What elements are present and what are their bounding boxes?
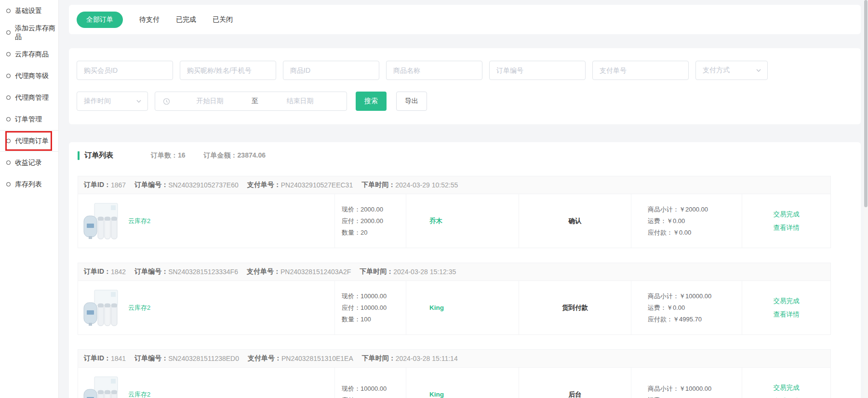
tab-completed[interactable]: 已完成 xyxy=(176,12,196,28)
order-entry: 订单ID：1867 订单编号：SN2403291052737E60 支付单号：P… xyxy=(78,176,831,248)
main-content: 全部订单 待支付 已完成 已关闭 支付方式 操作时间 xyxy=(59,0,868,398)
order-list-header: 订单列表 订单数：16 订单金额：23874.06 xyxy=(78,151,831,160)
order-status: 交易完成 xyxy=(774,297,800,305)
payable-line: 应付：2000.00 xyxy=(342,216,406,226)
pay-no-label: 支付单号： xyxy=(247,267,280,276)
buyer-name: King xyxy=(429,391,444,398)
date-range-picker[interactable]: 开始日期 至 结束日期 xyxy=(155,92,347,111)
payment-method-select[interactable]: 支付方式 xyxy=(695,61,768,80)
order-entry-header: 订单ID：1841 订单编号：SN2403281511238ED0 支付单号：P… xyxy=(78,350,830,368)
sidebar-item-label: 云库存商品 xyxy=(15,50,49,59)
order-list-title: 订单列表 xyxy=(84,151,113,160)
subtotal-line: 商品小计：￥10000.00 xyxy=(648,384,742,393)
pay-type: 货到付款 xyxy=(562,304,588,312)
shipping-line: 运费：￥0.00 xyxy=(648,303,742,312)
order-entry-header: 订单ID：1867 订单编号：SN2403291052737E60 支付单号：P… xyxy=(78,176,830,194)
circle-icon xyxy=(6,139,11,143)
actions-cell: 交易完成 查看详情 xyxy=(742,368,830,398)
time-type-select[interactable]: 操作时间 xyxy=(77,92,148,111)
nickname-input[interactable] xyxy=(180,61,276,80)
order-no-value: SN2403281511238ED0 xyxy=(168,355,239,362)
sidebar-item-basic-settings[interactable]: 基础设置 xyxy=(0,0,58,22)
order-amount: 订单金额：23874.06 xyxy=(204,151,266,160)
app-root: 基础设置 添加云库存商品 云库存商品 代理商等级 代理商管理 订单管理 代理商订… xyxy=(0,0,868,398)
order-time-value: 2024-03-28 15:11:14 xyxy=(396,355,458,362)
order-no-input[interactable] xyxy=(489,61,586,80)
start-date-field[interactable]: 开始日期 xyxy=(170,97,250,106)
order-no-label: 订单编号： xyxy=(134,267,168,276)
search-button[interactable]: 搜索 xyxy=(356,92,387,111)
subtotal-line: 商品小计：￥10000.00 xyxy=(648,292,742,301)
sidebar-item-label: 代理商订单 xyxy=(15,137,49,146)
pay-no-input[interactable] xyxy=(592,61,689,80)
sidebar-item-label: 基础设置 xyxy=(15,7,42,15)
product-id-input[interactable] xyxy=(283,61,379,80)
order-tabs-card: 全部订单 待支付 已完成 已关闭 xyxy=(69,5,861,34)
shipping-line: 运费：￥0.00 xyxy=(648,216,742,226)
order-entry-body: 云库存2 现价：10000.00 应付：10000.00 King 后台 商品小… xyxy=(78,368,830,398)
pay-no-label: 支付单号： xyxy=(248,354,281,363)
product-name-link[interactable]: 云库存2 xyxy=(128,304,150,312)
sidebar-item-earnings-record[interactable]: 收益记录 xyxy=(0,152,58,173)
chevron-down-icon xyxy=(136,98,142,104)
date-range-separator: 至 xyxy=(250,97,260,106)
sidebar-item-order-management[interactable]: 订单管理 xyxy=(0,108,58,130)
circle-icon xyxy=(6,30,11,35)
amount-due-line: 应付款：￥4995.70 xyxy=(648,315,742,324)
buyer-cell: King xyxy=(406,281,519,334)
sidebar-item-add-cloud-stock-product[interactable]: 添加云库存商品 xyxy=(0,22,58,43)
payable-line: 应付：10000.00 xyxy=(342,396,406,398)
time-type-select-label: 操作时间 xyxy=(84,97,111,106)
sidebar-item-agent-orders[interactable]: 代理商订单 xyxy=(0,130,58,152)
price-cell: 现价：10000.00 应付：10000.00 数量：100 xyxy=(335,281,406,334)
price-cell: 现价：10000.00 应付：10000.00 xyxy=(335,368,406,398)
order-no-value: SN24032815123334F6 xyxy=(168,268,238,276)
member-id-input[interactable] xyxy=(77,61,173,80)
product-name-input[interactable] xyxy=(386,61,482,80)
order-no-label: 订单编号： xyxy=(134,181,168,189)
totals-cell: 商品小计：￥10000.00 运费：￥0.00 应付款：￥4995.70 xyxy=(631,281,742,334)
sidebar-item-cloud-stock-product[interactable]: 云库存商品 xyxy=(0,43,58,65)
order-time-label: 下单时间： xyxy=(360,267,393,276)
sidebar-item-agent-management[interactable]: 代理商管理 xyxy=(0,87,58,108)
order-time-label: 下单时间： xyxy=(362,354,396,363)
sidebar-item-label: 代理商等级 xyxy=(15,72,49,80)
export-button[interactable]: 导出 xyxy=(396,92,427,111)
order-count: 订单数：16 xyxy=(151,151,186,160)
totals-cell: 商品小计：￥2000.00 运费：￥0.00 应付款：￥0.00 xyxy=(631,194,742,248)
tab-all-orders[interactable]: 全部订单 xyxy=(77,12,123,28)
order-entry-body: 云库存2 现价：10000.00 应付：10000.00 数量：100 King… xyxy=(78,281,830,334)
order-list-card: 订单列表 订单数：16 订单金额：23874.06 订单ID：1867 订单编号… xyxy=(69,142,861,398)
chevron-down-icon xyxy=(756,67,761,73)
order-entry-header: 订单ID：1842 订单编号：SN24032815123334F6 支付单号：P… xyxy=(78,263,830,281)
sidebar-item-agent-level[interactable]: 代理商等级 xyxy=(0,65,58,87)
product-image xyxy=(83,376,119,398)
sidebar-item-stock-list[interactable]: 库存列表 xyxy=(0,173,58,195)
order-time-value: 2024-03-28 15:12:35 xyxy=(393,268,456,276)
order-id-label: 订单ID： xyxy=(84,354,111,363)
current-price-line: 现价：2000.00 xyxy=(342,205,406,214)
pay-type: 确认 xyxy=(569,217,582,226)
order-id-value: 1867 xyxy=(111,181,126,189)
order-entry-body: 云库存2 现价：2000.00 应付：2000.00 数量：20 乔木 确认 商 xyxy=(78,194,830,248)
clock-icon xyxy=(163,98,170,105)
actions-cell: 交易完成 查看详情 xyxy=(742,194,830,248)
pay-type-cell: 货到付款 xyxy=(519,281,631,334)
product-cell: 云库存2 xyxy=(78,281,335,334)
view-details-link[interactable]: 查看详情 xyxy=(774,310,800,319)
order-id-value: 1842 xyxy=(111,268,126,276)
product-name-link[interactable]: 云库存2 xyxy=(128,217,150,226)
vertical-scrollbar[interactable] xyxy=(864,0,868,398)
tab-pending-payment[interactable]: 待支付 xyxy=(139,12,160,28)
view-details-link[interactable]: 查看详情 xyxy=(774,223,800,232)
end-date-field[interactable]: 结束日期 xyxy=(260,97,340,106)
circle-icon xyxy=(6,160,11,165)
filter-row-2: 操作时间 开始日期 至 结束日期 搜索 导出 xyxy=(77,92,853,111)
view-details-link[interactable]: 查看详情 xyxy=(774,397,800,398)
tab-closed[interactable]: 已关闭 xyxy=(213,12,233,28)
scrollbar-thumb[interactable] xyxy=(864,0,868,207)
payment-method-select-label: 支付方式 xyxy=(703,66,730,75)
circle-icon xyxy=(6,95,11,100)
product-name-link[interactable]: 云库存2 xyxy=(128,390,150,398)
order-status: 交易完成 xyxy=(774,210,800,219)
